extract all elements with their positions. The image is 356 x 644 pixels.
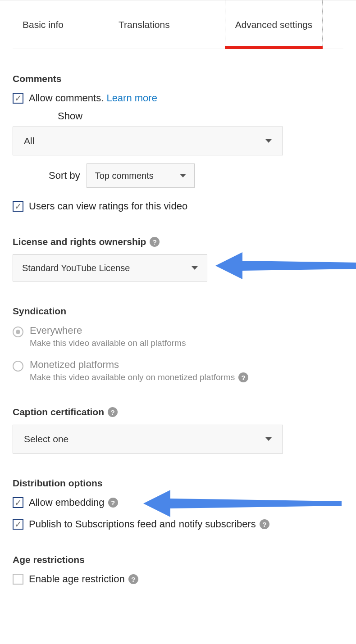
sort-by-select[interactable]: Top comments [87, 163, 195, 188]
comments-heading: Comments [13, 73, 343, 84]
tab-translations[interactable]: Translations [109, 0, 180, 49]
syndication-monetized-radio[interactable] [13, 361, 23, 372]
syndication-monetized-desc: Make this video available only on moneti… [30, 372, 235, 382]
sort-by-value: Top comments [95, 171, 154, 181]
allow-embedding-checkbox[interactable]: ✓ [13, 497, 23, 508]
check-icon: ✓ [14, 520, 22, 529]
check-icon: ✓ [14, 94, 22, 103]
allow-comments-checkbox[interactable]: ✓ [13, 93, 23, 104]
section-syndication: Syndication Everywhere Make this video a… [13, 306, 343, 382]
show-label: Show [58, 110, 343, 122]
help-icon[interactable]: ? [238, 372, 248, 382]
active-tab-underline [225, 46, 323, 49]
section-age: Age restrictions Enable age restriction … [13, 554, 343, 585]
chevron-down-icon [180, 174, 186, 177]
allow-comments-label: Allow comments. Learn more [29, 92, 157, 104]
section-license: License and rights ownership ? Standard … [13, 236, 343, 281]
sort-by-label: Sort by [49, 170, 80, 181]
view-ratings-checkbox[interactable]: ✓ [13, 201, 23, 212]
license-heading: License and rights ownership [13, 236, 146, 247]
caption-value: Select one [24, 434, 68, 444]
tab-basic-info[interactable]: Basic info [13, 0, 73, 49]
distribution-heading: Distribution options [13, 478, 343, 489]
syndication-monetized-label: Monetized platforms [30, 359, 248, 371]
license-select[interactable]: Standard YouTube License [13, 254, 207, 281]
age-restriction-label: Enable age restriction [29, 573, 125, 585]
show-select[interactable]: All [13, 127, 283, 155]
view-ratings-label: Users can view ratings for this video [29, 200, 187, 212]
chevron-down-icon [265, 437, 272, 441]
radio-dot-icon [16, 330, 20, 334]
caption-heading: Caption certification [13, 407, 104, 417]
age-restriction-checkbox[interactable] [13, 574, 23, 585]
help-icon[interactable]: ? [150, 237, 160, 247]
chevron-down-icon [192, 266, 198, 270]
svg-marker-0 [215, 252, 356, 279]
publish-feed-checkbox[interactable]: ✓ [13, 519, 23, 530]
help-icon[interactable]: ? [108, 498, 118, 508]
age-heading: Age restrictions [13, 554, 343, 565]
check-icon: ✓ [14, 498, 22, 507]
publish-feed-label: Publish to Subscriptions feed and notify… [29, 518, 256, 530]
syndication-everywhere-desc: Make this video available on all platfor… [30, 338, 186, 348]
caption-select[interactable]: Select one [13, 425, 283, 454]
tab-advanced-label: Advanced settings [235, 19, 313, 30]
license-value: Standard YouTube License [22, 263, 130, 273]
help-icon[interactable]: ? [108, 407, 118, 417]
section-distribution: Distribution options ✓ Allow embedding ?… [13, 478, 343, 530]
section-comments: Comments ✓ Allow comments. Learn more Sh… [13, 73, 343, 212]
allow-embedding-label: Allow embedding [29, 497, 105, 508]
syndication-heading: Syndication [13, 306, 343, 317]
section-caption: Caption certification ? Select one [13, 407, 343, 454]
help-icon[interactable]: ? [260, 519, 269, 529]
learn-more-link[interactable]: Learn more [106, 92, 157, 104]
tabs: Basic info Translations Advanced setting… [13, 0, 343, 49]
show-select-value: All [24, 136, 34, 146]
annotation-arrow-icon [215, 250, 356, 281]
syndication-everywhere-label: Everywhere [30, 325, 186, 336]
syndication-everywhere-radio[interactable] [13, 327, 23, 337]
check-icon: ✓ [14, 202, 22, 211]
help-icon[interactable]: ? [128, 574, 138, 584]
tab-advanced-settings[interactable]: Advanced settings [225, 0, 323, 49]
chevron-down-icon [265, 139, 272, 143]
